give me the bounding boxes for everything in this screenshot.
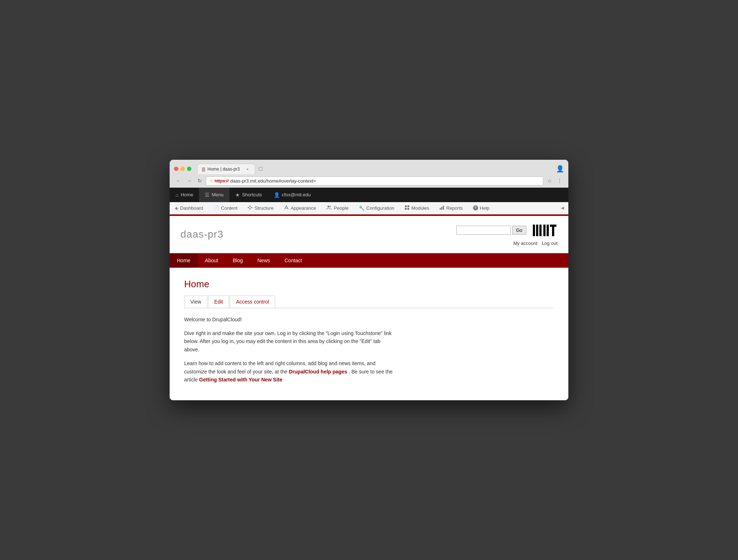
bookmark-button[interactable]: ☆ (546, 177, 554, 185)
svg-rect-22 (550, 225, 556, 227)
drupalcloud-help-link[interactable]: DrupalCloud help pages (289, 369, 347, 375)
browser-user-icon[interactable]: 👤 (556, 165, 564, 173)
tab-favicon-icon: ||| (202, 167, 205, 172)
svg-line-4 (249, 206, 250, 208)
secondary-admin-menu: ◈ Dashboard 📄 Content Structure (170, 202, 568, 214)
title-bar: ||| Home | daas-pr3 × □ 👤 (170, 160, 568, 174)
home-icon: ⌂ (175, 192, 178, 198)
svg-rect-18 (536, 225, 538, 236)
svg-line-7 (251, 208, 252, 209)
svg-point-2 (250, 208, 251, 209)
nav-blog-item[interactable]: Blog (225, 253, 250, 268)
menu-reports-label: Reports (446, 205, 463, 211)
new-tab-button[interactable]: □ (256, 163, 265, 174)
svg-rect-16 (443, 206, 444, 210)
svg-line-5 (249, 208, 250, 209)
svg-rect-23 (552, 227, 554, 236)
browser-menu-button[interactable]: ⋮ (555, 177, 564, 185)
primary-nav: Home About Blog News Contact (170, 253, 568, 268)
address-bar[interactable]: ⚠ https:// daas-pr3.mit.edu/home#overlay… (206, 176, 543, 185)
menu-people-item[interactable]: People (321, 202, 353, 214)
tab-view[interactable]: View (184, 296, 207, 308)
browser-window: ||| Home | daas-pr3 × □ 👤 ← → ↻ ⚠ https:… (170, 160, 568, 401)
appearance-icon (284, 205, 289, 211)
svg-point-3 (252, 207, 253, 208)
tab-access-control[interactable]: Access control (230, 296, 275, 308)
menu-appearance-label: Appearance (291, 205, 316, 211)
intro-paragraph: Dive right in and make the site your own… (184, 329, 394, 354)
nav-contact-item[interactable]: Contact (277, 253, 309, 268)
svg-rect-20 (543, 225, 546, 236)
menu-structure-label: Structure (254, 205, 274, 211)
my-account-link[interactable]: My account (513, 241, 537, 246)
toolbar-home-item[interactable]: ⌂ Home (170, 188, 199, 202)
tab-bar: ||| Home | daas-pr3 × □ (197, 163, 553, 174)
tab-close-button[interactable]: × (245, 166, 250, 172)
admin-toolbar: ⌂ Home ☰ Menu ★ Shortcuts 👤 cfox@mit.edu (170, 188, 568, 202)
menu-content-label: Content (221, 205, 238, 211)
svg-rect-14 (440, 208, 441, 210)
svg-rect-21 (547, 225, 549, 236)
getting-started-link[interactable]: Getting Started with Your New Site (199, 377, 282, 383)
collapse-menu-icon[interactable]: ◀ (561, 205, 564, 210)
help-paragraph: Learn how to add content to the left and… (184, 359, 394, 384)
toolbar-shortcuts-item[interactable]: ★ Shortcuts (229, 188, 268, 202)
menu-people-label: People (334, 205, 348, 211)
menu-dashboard-item[interactable]: ◈ Dashboard (170, 202, 208, 214)
site-header-right: Go (456, 223, 557, 246)
svg-rect-10 (405, 205, 407, 207)
site-content: daas-pr3 Go (170, 216, 568, 401)
maximize-traffic-light[interactable] (187, 167, 191, 171)
logout-link[interactable]: Log out (542, 241, 557, 246)
menu-help-item[interactable]: ? Help (468, 202, 495, 214)
menu-dashboard-label: Dashboard (180, 205, 203, 211)
svg-rect-12 (405, 208, 407, 210)
nav-home-item[interactable]: Home (170, 253, 198, 268)
toolbar-shortcuts-label: Shortcuts (242, 192, 262, 197)
toolbar-home-label: Home (181, 192, 193, 197)
tab-edit[interactable]: Edit (208, 296, 229, 308)
person-icon: 👤 (274, 192, 280, 198)
menu-configuration-label: Configuration (366, 205, 394, 211)
svg-point-1 (250, 205, 251, 206)
reports-icon (439, 205, 444, 211)
people-icon (326, 205, 332, 211)
content-tabs: View Edit Access control (184, 296, 554, 308)
search-button[interactable]: Go (512, 226, 526, 235)
tab-title: Home | daas-pr3 (207, 167, 240, 172)
refresh-button[interactable]: ↻ (196, 177, 204, 185)
star-icon: ★ (235, 192, 240, 198)
welcome-paragraph: Welcome to DrupalCloud! (184, 315, 394, 323)
svg-rect-11 (407, 205, 409, 207)
svg-point-9 (329, 206, 331, 207)
menu-configuration-item[interactable]: 🔧 Configuration (354, 202, 399, 214)
back-button[interactable]: ← (174, 177, 183, 185)
toolbar-user-item[interactable]: 👤 cfox@mit.edu (268, 188, 317, 202)
close-traffic-light[interactable] (174, 167, 178, 171)
site-header: daas-pr3 Go (170, 216, 568, 253)
nav-about-item[interactable]: About (198, 253, 225, 268)
search-input[interactable] (456, 226, 511, 235)
page-content-area: Home View Edit Access control Welcome to… (170, 268, 568, 401)
secondary-menu-right: ◀ (556, 202, 568, 213)
security-warning-icon: ⚠ (209, 178, 213, 183)
svg-rect-19 (539, 225, 542, 236)
svg-line-6 (251, 206, 252, 208)
browser-tab-active[interactable]: ||| Home | daas-pr3 × (197, 164, 255, 174)
menu-modules-label: Modules (411, 205, 429, 211)
site-header-links: My account Log out (513, 241, 557, 246)
svg-point-8 (328, 205, 329, 207)
toolbar-menu-item[interactable]: ☰ Menu (199, 188, 229, 202)
traffic-lights (174, 167, 191, 171)
menu-reports-item[interactable]: Reports (434, 202, 468, 214)
nav-news-item[interactable]: News (250, 253, 277, 268)
minimize-traffic-light[interactable] (181, 167, 185, 171)
address-bar-row: ← → ↻ ⚠ https:// daas-pr3.mit.edu/home#o… (170, 174, 568, 188)
mit-logo (532, 223, 557, 238)
menu-appearance-item[interactable]: Appearance (279, 202, 321, 214)
menu-content-item[interactable]: 📄 Content (208, 202, 243, 214)
menu-modules-item[interactable]: Modules (399, 202, 434, 214)
search-form: Go (456, 226, 526, 235)
menu-structure-item[interactable]: Structure (242, 202, 279, 214)
forward-button[interactable]: → (185, 177, 194, 185)
